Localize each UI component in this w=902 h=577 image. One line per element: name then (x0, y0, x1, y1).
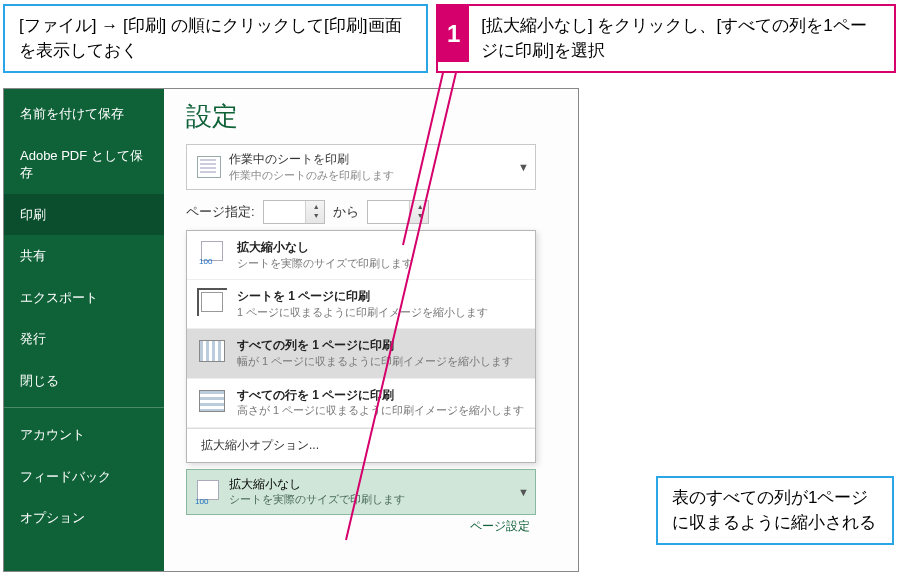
callout-result: 表のすべての列が1ページに収まるように縮小される (656, 476, 894, 545)
callout-text: [拡大縮小なし] をクリックし、[すべての列を1ページに印刷]を選択 (481, 14, 880, 63)
page-from-input[interactable]: ▲▼ (263, 200, 325, 224)
scale-100-icon (197, 239, 227, 267)
sheet-icon (193, 153, 223, 181)
print-what-desc: 作業中のシートのみを印刷します (229, 168, 394, 183)
scaling-option-fit-rows[interactable]: すべての行を 1 ページに印刷 高さが 1 ページに収まるように印刷イメージを縮… (187, 379, 535, 428)
scaling-option-fit-sheet[interactable]: シートを 1 ページに印刷 1 ページに収まるように印刷イメージを縮小します (187, 280, 535, 329)
scaling-dropdown-panel: 拡大縮小なし シートを実際のサイズで印刷します シートを 1 ページに印刷 1 … (186, 230, 536, 463)
sidebar-item-export[interactable]: エクスポート (4, 277, 164, 319)
sidebar-item-print[interactable]: 印刷 (4, 194, 164, 236)
callout-text: [ファイル] → [印刷] の順にクリックして[印刷]画面を表示しておく (19, 16, 402, 60)
callout-text: 表のすべての列が1ページに収まるように縮小される (672, 488, 876, 532)
scaling-option-fit-columns[interactable]: すべての列を 1 ページに印刷 幅が 1 ページに収まるように印刷イメージを縮小… (187, 329, 535, 378)
sidebar-item-feedback[interactable]: フィードバック (4, 456, 164, 498)
callout-prerequisite: [ファイル] → [印刷] の順にクリックして[印刷]画面を表示しておく (3, 4, 428, 73)
sidebar-item-options[interactable]: オプション (4, 497, 164, 539)
fit-columns-icon (197, 337, 227, 365)
print-settings-panel: 設定 作業中のシートを印刷 作業中のシートのみを印刷します ▼ ページ指定: ▲… (164, 89, 578, 571)
sidebar-item-close[interactable]: 閉じる (4, 360, 164, 402)
scaling-option-none[interactable]: 拡大縮小なし シートを実際のサイズで印刷します (187, 231, 535, 280)
sidebar-item-publish[interactable]: 発行 (4, 318, 164, 360)
chevron-down-icon: ▼ (518, 486, 529, 498)
fit-rows-icon (197, 387, 227, 415)
page-range-row: ページ指定: ▲▼ から ▲▼ (186, 200, 566, 224)
sidebar-item-account[interactable]: アカウント (4, 414, 164, 456)
print-what-dropdown[interactable]: 作業中のシートを印刷 作業中のシートのみを印刷します ▼ (186, 144, 536, 190)
excel-print-backstage: 名前を付けて保存 Adobe PDF として保存 印刷 共有 エクスポート 発行… (3, 88, 579, 572)
scaling-custom-options[interactable]: 拡大縮小オプション... (187, 428, 535, 462)
sidebar-item-share[interactable]: 共有 (4, 235, 164, 277)
page-setup-link[interactable]: ページ設定 (186, 515, 536, 535)
step-badge: 1 (438, 6, 469, 62)
scaling-dropdown[interactable]: 拡大縮小なし シートを実際のサイズで印刷します ▼ (186, 469, 536, 515)
settings-heading: 設定 (186, 99, 566, 134)
print-what-title: 作業中のシートを印刷 (229, 151, 394, 168)
page-range-to: から (333, 203, 359, 221)
callout-step-1: 1 [拡大縮小なし] をクリックし、[すべての列を1ページに印刷]を選択 (436, 4, 896, 73)
sidebar-item-adobepdf[interactable]: Adobe PDF として保存 (4, 135, 164, 194)
sidebar-separator (4, 407, 164, 408)
sidebar-item-saveas[interactable]: 名前を付けて保存 (4, 93, 164, 135)
page-range-label: ページ指定: (186, 203, 255, 221)
fit-sheet-icon (197, 288, 227, 316)
page-to-input[interactable]: ▲▼ (367, 200, 429, 224)
chevron-down-icon: ▼ (518, 161, 529, 173)
scale-100-icon (193, 478, 223, 506)
backstage-sidebar: 名前を付けて保存 Adobe PDF として保存 印刷 共有 エクスポート 発行… (4, 89, 164, 571)
